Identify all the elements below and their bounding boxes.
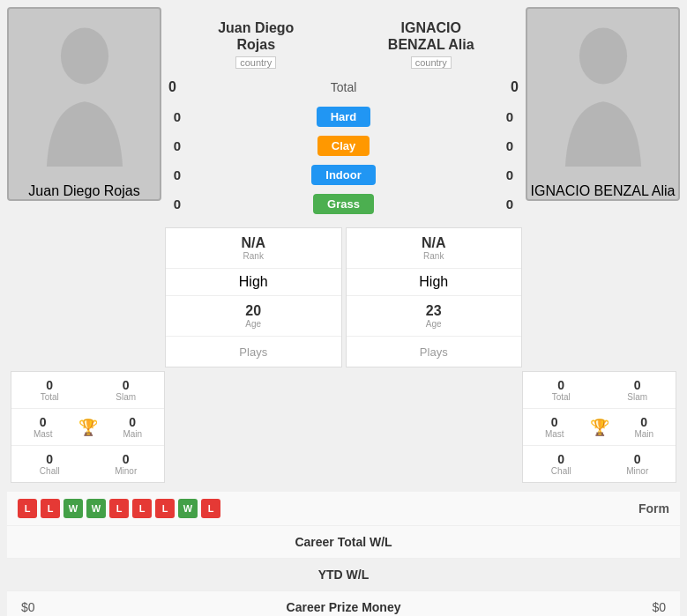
players-section: Juan Diego Rojas Juan Diego Rojas countr… <box>7 7 680 367</box>
form-badge-5: L <box>132 499 152 518</box>
player2-stats: N/A Rank High 23 Age Plays <box>346 227 523 367</box>
player1-detailed-stats: 0 Total 0 Slam 0 Mast 🏆 0 Main <box>11 371 165 483</box>
player2-high: High <box>347 268 522 295</box>
detailed-stats-row: 0 Total 0 Slam 0 Mast 🏆 0 Main <box>7 371 680 483</box>
player1-header: Juan Diego Rojas country <box>168 12 344 76</box>
player2-name-overlay: IGNACIO BENZAL Alia <box>531 183 676 199</box>
form-badge-2: W <box>63 499 83 518</box>
svg-point-1 <box>579 27 626 84</box>
main-container: Juan Diego Rojas Juan Diego Rojas countr… <box>0 0 687 616</box>
p2-mast: 0 Mast <box>523 409 586 445</box>
form-badge-8: L <box>201 499 220 518</box>
surface-row-indoor: 0 Indoor 0 <box>161 160 526 189</box>
prize-money-center: Career Prize Money <box>236 600 452 614</box>
surface-row-grass: 0 Grass 0 <box>161 189 526 219</box>
total-label: Total <box>331 80 357 94</box>
ytd-wl-row: YTD W/L <box>7 559 680 591</box>
player1-avatar: Juan Diego Rojas <box>7 7 161 201</box>
p2-main: 0 Main <box>613 409 676 445</box>
player2-header: IGNACIO BENZAL Alia country <box>344 12 519 76</box>
prize-money-right: $0 <box>451 600 666 614</box>
player2-avatar: IGNACIO BENZAL Alia <box>526 7 680 201</box>
total-score-right: 0 <box>511 79 519 95</box>
player1-silhouette <box>27 26 142 167</box>
player1-name-overlay: Juan Diego Rojas <box>28 183 139 199</box>
player1-name: Juan Diego Rojas <box>172 19 340 53</box>
surface-rows: 0 Hard 0 0 Clay 0 0 Indoor 0 0 Grass <box>161 102 526 219</box>
form-badge-1: L <box>41 499 60 518</box>
ytd-wl-center: YTD W/L <box>236 568 452 582</box>
p2-slam: 0 Slam <box>600 372 676 408</box>
form-badge-4: L <box>109 499 129 518</box>
p2-trophy: 🏆 <box>586 409 613 445</box>
form-badge-0: L <box>18 499 37 518</box>
p1-total: 0 Total <box>11 372 88 408</box>
player2-plays: Plays <box>347 336 522 367</box>
career-total-center: Career Total W/L <box>236 535 452 549</box>
prize-money-left: $0 <box>21 600 236 614</box>
p1-mast: 0 Mast <box>11 409 75 445</box>
p1-trophy: 🏆 <box>75 409 101 445</box>
p2-minor: 0 Minor <box>600 446 676 482</box>
p1-chall: 0 Chall <box>11 446 88 482</box>
player1-rank: N/A Rank <box>166 228 341 268</box>
player2-name: IGNACIO BENZAL Alia <box>347 19 516 53</box>
prize-money-row: $0 Career Prize Money $0 <box>7 591 680 616</box>
p2-chall: 0 Chall <box>523 446 600 482</box>
form-label: Form <box>638 501 669 516</box>
player1-stats: N/A Rank High 20 Age Plays <box>165 227 342 367</box>
player2-age: 23 Age <box>347 295 522 336</box>
player2-rank: N/A Rank <box>347 228 522 268</box>
total-row: 0 Total 0 <box>161 76 526 99</box>
player2-silhouette <box>546 26 661 167</box>
form-badge-7: W <box>178 499 198 518</box>
center-col: Juan Diego Rojas country IGNACIO BENZAL … <box>161 7 526 367</box>
center-spacer <box>165 371 522 483</box>
form-row: L L W W L L L W L Form <box>7 492 680 526</box>
p1-minor: 0 Minor <box>88 446 165 482</box>
player1-country: country <box>235 56 276 69</box>
player1-age: 20 Age <box>166 295 341 336</box>
grass-button: Grass <box>313 194 374 214</box>
p1-main: 0 Main <box>101 409 165 445</box>
player2-detailed-stats: 0 Total 0 Slam 0 Mast 🏆 0 Main <box>522 371 676 483</box>
total-score-left: 0 <box>168 79 176 95</box>
clay-button: Clay <box>317 136 370 156</box>
player1-plays: Plays <box>166 336 341 367</box>
player2-country: country <box>411 56 452 69</box>
surface-row-clay: 0 Clay 0 <box>161 131 526 160</box>
surface-row-hard: 0 Hard 0 <box>161 102 526 131</box>
hard-button: Hard <box>317 107 371 127</box>
player1-high: High <box>166 268 341 295</box>
svg-point-0 <box>60 27 108 84</box>
indoor-button: Indoor <box>311 165 375 185</box>
form-badge-6: L <box>155 499 175 518</box>
form-badges: L L W W L L L W L <box>18 499 638 518</box>
career-total-row: Career Total W/L <box>7 526 680 559</box>
p1-slam: 0 Slam <box>88 372 165 408</box>
p2-total: 0 Total <box>523 372 600 408</box>
form-badge-3: W <box>86 499 106 518</box>
